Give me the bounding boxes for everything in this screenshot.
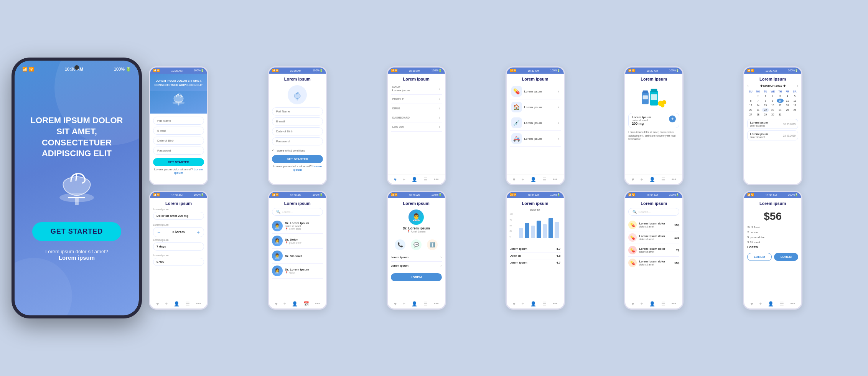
- service-2[interactable]: 🏠 Lorem ipsum ›: [510, 99, 561, 115]
- search-box-8[interactable]: 🔍 Lorem...: [272, 208, 323, 216]
- nav-plus-8[interactable]: +: [283, 301, 286, 307]
- med-item-3[interactable]: 💊 Lorem ipsum dolor dolor sit amet 7$: [628, 244, 679, 257]
- nav-plus-3[interactable]: +: [403, 177, 405, 182]
- nav-list-4[interactable]: ☰: [542, 177, 547, 182]
- nav-heart-8[interactable]: ♥: [275, 301, 277, 307]
- nav-person-11[interactable]: 👤: [649, 301, 655, 307]
- doctor-1[interactable]: 👨‍⚕️ Dr. Lorem ipsum dolor sit amet 📍 lo…: [272, 219, 323, 234]
- nav-plus-11[interactable]: +: [641, 301, 643, 307]
- menu-drug[interactable]: DRUG ›: [391, 104, 442, 113]
- nav-plus-4[interactable]: +: [522, 177, 524, 182]
- service-3[interactable]: 💉 Lorem ipsum ›: [510, 115, 561, 131]
- screen8-title: Lorem ipsum: [272, 201, 323, 206]
- stats-sub: dolor sit: [510, 208, 561, 211]
- nav-person-12[interactable]: 👤: [768, 301, 774, 307]
- nav-heart-5[interactable]: ♥: [631, 177, 634, 182]
- nav-list-5[interactable]: ☰: [661, 177, 665, 182]
- med-item-2[interactable]: 💊 Lorem ipsum dolor dolor sit amet 13$: [628, 231, 679, 244]
- nav-plus-12[interactable]: +: [759, 301, 762, 307]
- svg-rect-13: [651, 94, 657, 100]
- service-4[interactable]: 🚑 Lorem ipsum ›: [510, 131, 561, 147]
- chevron-dashboard: ›: [439, 115, 440, 120]
- nav-dots-7[interactable]: •••: [196, 301, 201, 307]
- med-item-1[interactable]: 💊 Lorem ipsum dolor dolor sit amet 15$: [628, 219, 679, 231]
- s2-fullname[interactable]: Full Name: [272, 107, 323, 115]
- nav-dots-4[interactable]: •••: [553, 177, 558, 182]
- nav-person-7[interactable]: 👤: [174, 301, 180, 307]
- nav-dots-11[interactable]: •••: [672, 301, 677, 307]
- get-started-btn-1[interactable]: GET STARTED: [153, 158, 204, 166]
- nav-heart-4[interactable]: ♥: [513, 177, 516, 182]
- phone-screen-8: 📶🛜 10:30 AM 100%🔋 Lorem ipsum 🔍 Lorem...…: [268, 191, 327, 310]
- phone-action[interactable]: 📞: [395, 239, 405, 250]
- nav-list-10[interactable]: ☰: [542, 301, 547, 307]
- menu-home[interactable]: HOMELorem ipsum ›: [391, 84, 442, 95]
- s2-email[interactable]: E-mail: [272, 117, 323, 125]
- chevron-s3: ›: [558, 121, 559, 125]
- doctor-4[interactable]: 👩‍⚕️ Dr. Lorem ipsum 📍 •dolor: [272, 264, 323, 279]
- nav-list-9[interactable]: ☰: [423, 301, 428, 307]
- get-started-button-big[interactable]: GET STARTED: [32, 222, 122, 241]
- lorem-btn-9[interactable]: LOREM: [391, 273, 442, 281]
- chat-action[interactable]: 💬: [411, 239, 422, 250]
- cal-next[interactable]: ›: [797, 84, 798, 88]
- bottom-nav-5: ♥ + 👤 ☰ •••: [625, 175, 682, 184]
- nav-list-11[interactable]: ☰: [661, 301, 665, 307]
- search-box-11[interactable]: 🔍 Search...: [628, 208, 679, 216]
- nav-calendar-8[interactable]: 📅: [303, 301, 309, 307]
- nav-person-10[interactable]: 👤: [530, 301, 536, 307]
- battery-1: 100%🔋: [194, 69, 204, 72]
- menu-profile[interactable]: PROFILE ›: [391, 95, 442, 104]
- dob-field[interactable]: Date of Birth: [153, 137, 204, 145]
- nav-list-12[interactable]: ☰: [780, 301, 784, 307]
- fullname-field[interactable]: Full Name: [153, 117, 204, 125]
- nav-list-7[interactable]: ☰: [186, 301, 190, 307]
- email-field[interactable]: E-mail: [153, 127, 204, 135]
- nav-plus-9[interactable]: +: [403, 301, 405, 307]
- menu-dashboard[interactable]: DASHBOARD ›: [391, 113, 442, 122]
- nav-dots-9[interactable]: •••: [434, 301, 439, 307]
- info-action[interactable]: ℹ️: [427, 239, 438, 250]
- med-info-2: Lorem ipsum dolor dolor sit amet: [639, 234, 672, 241]
- doc-name: Dr. Lorem ipsum: [391, 226, 442, 230]
- nav-dots-3[interactable]: •••: [434, 177, 439, 182]
- doctor-3[interactable]: 👨‍⚕️ Dr. Sit amet: [272, 249, 323, 264]
- nav-plus-10[interactable]: +: [522, 301, 524, 307]
- order-highlight: LOREM: [747, 246, 798, 249]
- get-started-btn-2[interactable]: GET STARTED: [272, 155, 323, 163]
- med-pill-2: 💊: [628, 233, 637, 242]
- nav-dots-12[interactable]: •••: [791, 301, 796, 307]
- nav-person-3[interactable]: 👤: [412, 177, 417, 182]
- stepper-minus[interactable]: −: [157, 229, 160, 235]
- nav-dots-10[interactable]: •••: [553, 301, 558, 307]
- doctor-2[interactable]: 👩‍⚕️ Dr. Dolor 📍 ipsum dolor: [272, 234, 323, 249]
- nav-heart-7[interactable]: ♥: [156, 301, 159, 307]
- nav-person-4[interactable]: 👤: [530, 177, 536, 182]
- nav-person-8[interactable]: 👤: [292, 301, 298, 307]
- nav-plus-5[interactable]: +: [641, 177, 643, 182]
- order-btn-1[interactable]: LOREM: [747, 253, 772, 261]
- nav-dots-8[interactable]: •••: [315, 301, 320, 307]
- nav-dots-5[interactable]: •••: [672, 177, 677, 182]
- add-med-btn[interactable]: +: [669, 115, 676, 122]
- nav-heart-9[interactable]: ♥: [394, 301, 397, 307]
- nav-person-5[interactable]: 👤: [649, 177, 655, 182]
- nav-plus-7[interactable]: +: [165, 301, 168, 307]
- s2-password[interactable]: Password: [272, 137, 323, 145]
- nav-heart-10[interactable]: ♥: [513, 301, 516, 307]
- cal-prev[interactable]: ‹: [747, 84, 748, 88]
- nav-heart-12[interactable]: ♥: [750, 301, 753, 307]
- s2-dob[interactable]: Date of Birth: [272, 127, 323, 135]
- order-btn-2[interactable]: LOREM: [774, 253, 799, 261]
- nav-heart-11[interactable]: ♥: [631, 301, 634, 307]
- stepper-plus[interactable]: +: [197, 229, 200, 235]
- nav-heart-3[interactable]: ♥: [394, 177, 397, 182]
- med-item-4[interactable]: 💊 Lorem ipsum dolor dolor sit amet 15$: [628, 257, 679, 269]
- nav-list-3[interactable]: ☰: [423, 177, 428, 182]
- menu-logout[interactable]: LOG OUT ›: [391, 122, 442, 132]
- password-field[interactable]: Password: [153, 147, 204, 155]
- nav-person-9[interactable]: 👤: [412, 301, 417, 307]
- big-phone-link[interactable]: Lorem ipsum: [59, 254, 95, 261]
- service-1[interactable]: 💊 Lorem ipsum ›: [510, 84, 561, 99]
- screen7-title: Lorem ipsum: [153, 201, 204, 206]
